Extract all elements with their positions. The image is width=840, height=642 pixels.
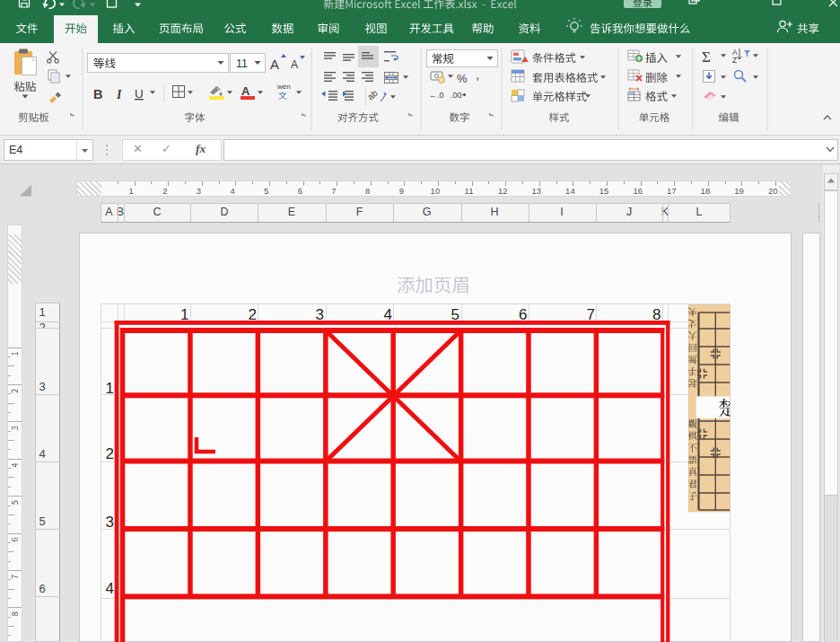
svg-text:%: % <box>457 72 468 85</box>
svg-text:,: , <box>476 66 479 82</box>
svg-text:I: I <box>116 88 122 101</box>
svg-text:A: A <box>270 57 279 72</box>
svg-text:Z: Z <box>732 56 737 65</box>
svg-text:A: A <box>291 58 298 71</box>
svg-text:←.0: ←.0 <box>429 91 444 100</box>
svg-text:11: 11 <box>236 57 248 70</box>
svg-text:A: A <box>241 84 250 98</box>
svg-text:B: B <box>93 87 102 101</box>
svg-text:wén: wén <box>276 83 291 91</box>
svg-text:.00: .00 <box>451 91 462 100</box>
svg-text:Σ: Σ <box>702 48 711 66</box>
svg-text:ab: ab <box>365 88 380 102</box>
svg-text:U: U <box>135 87 144 101</box>
